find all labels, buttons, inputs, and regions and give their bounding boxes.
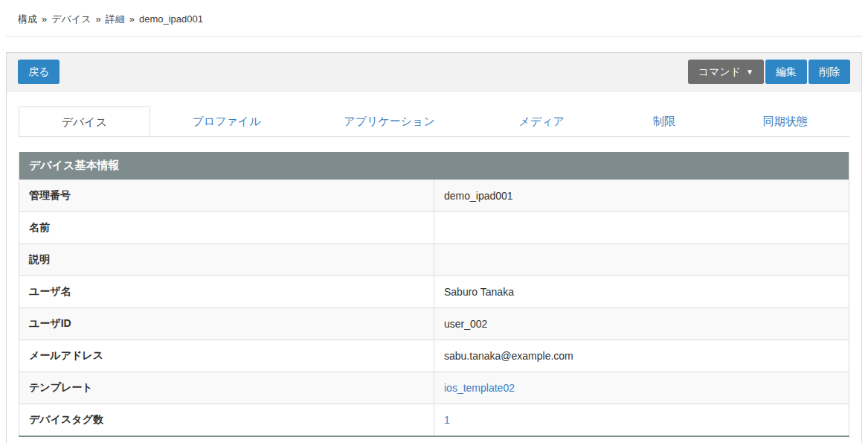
table-row: テンプレートios_template02 xyxy=(19,372,849,404)
row-label: テンプレート xyxy=(19,372,434,404)
table-row: 説明 xyxy=(19,244,849,276)
row-value: demo_ipad001 xyxy=(434,180,849,212)
row-label: ユーザID xyxy=(19,308,434,340)
row-value: Saburo Tanaka xyxy=(434,276,849,308)
top-divider xyxy=(6,36,862,36)
table-row: 名前 xyxy=(19,212,849,244)
device-detail-panel: 戻る コマンド▼ 編集 削除 デバイスプロファイルアプリケーションメディア制限同… xyxy=(6,52,862,443)
tab-profile[interactable]: プロファイル xyxy=(150,106,303,136)
table-row: ユーザ名Saburo Tanaka xyxy=(19,276,849,308)
command-dropdown-button[interactable]: コマンド▼ xyxy=(688,60,764,84)
chevron-down-icon: ▼ xyxy=(746,68,753,76)
breadcrumb: 構成»デバイス»詳細»demo_ipad001 xyxy=(0,0,868,36)
tab-restriction[interactable]: 制限 xyxy=(608,106,721,136)
command-label: コマンド xyxy=(698,66,741,77)
edit-button[interactable]: 編集 xyxy=(765,60,807,84)
row-value: ios_template02 xyxy=(434,372,849,404)
tab-sync-status[interactable]: 同期状態 xyxy=(721,106,849,136)
tab-media[interactable]: メディア xyxy=(476,106,608,136)
row-value-link[interactable]: ios_template02 xyxy=(444,382,515,394)
table-row: 管理番号demo_ipad001 xyxy=(19,180,849,212)
action-button-group: コマンド▼ 編集 削除 xyxy=(688,60,850,84)
table-section-title: デバイス基本情報 xyxy=(19,152,849,180)
delete-button[interactable]: 削除 xyxy=(808,60,850,84)
toolbar: 戻る コマンド▼ 編集 削除 xyxy=(7,53,861,92)
table-row: メールアドレスsabu.tanaka@example.com xyxy=(19,340,849,372)
row-value xyxy=(434,212,849,244)
breadcrumb-link[interactable]: デバイス xyxy=(51,13,91,25)
tab-device[interactable]: デバイス xyxy=(19,106,150,136)
breadcrumb-link[interactable]: 構成 xyxy=(18,13,37,25)
device-info-rows: 管理番号demo_ipad001名前説明ユーザ名Saburo Tanakaユーザ… xyxy=(19,180,849,437)
row-value xyxy=(434,244,849,276)
breadcrumb-link[interactable]: 詳細 xyxy=(106,13,125,25)
table-row: デバイスタグ数1 xyxy=(19,404,849,437)
row-label: 名前 xyxy=(19,212,434,244)
back-button[interactable]: 戻る xyxy=(18,60,60,84)
row-label: 説明 xyxy=(19,244,434,276)
breadcrumb-separator: » xyxy=(42,13,47,25)
row-label: メールアドレス xyxy=(19,340,434,372)
table-row: ユーザIDuser_002 xyxy=(19,308,849,340)
tab-bar: デバイスプロファイルアプリケーションメディア制限同期状態 xyxy=(19,106,849,137)
row-value: user_002 xyxy=(434,308,849,340)
row-label: デバイスタグ数 xyxy=(19,404,434,437)
breadcrumb-separator: » xyxy=(95,13,100,25)
breadcrumb-current: demo_ipad001 xyxy=(139,13,203,25)
row-label: ユーザ名 xyxy=(19,276,434,308)
row-value: 1 xyxy=(434,404,849,437)
tab-application[interactable]: アプリケーション xyxy=(303,106,476,136)
row-label: 管理番号 xyxy=(19,180,434,212)
breadcrumb-separator: » xyxy=(129,13,135,25)
device-info-section: デバイス基本情報 管理番号demo_ipad001名前説明ユーザ名Saburo … xyxy=(19,152,849,437)
row-value-link[interactable]: 1 xyxy=(444,414,450,426)
device-info-table: デバイス基本情報 管理番号demo_ipad001名前説明ユーザ名Saburo … xyxy=(19,152,849,437)
row-value: sabu.tanaka@example.com xyxy=(434,340,849,372)
